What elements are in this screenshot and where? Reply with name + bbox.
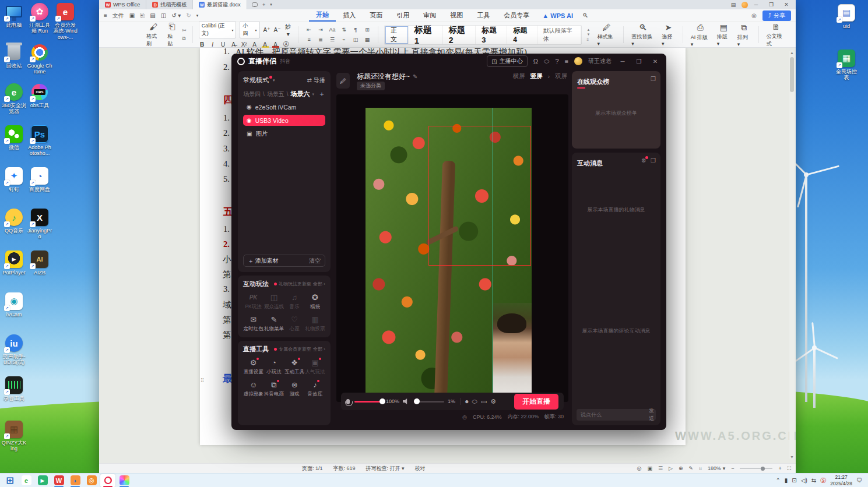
zoom-in-button[interactable]: + bbox=[778, 465, 781, 471]
highlight-button[interactable]: A bbox=[262, 41, 269, 48]
superscript-button[interactable]: X² bbox=[241, 41, 248, 48]
zoom-out-button[interactable]: − bbox=[731, 465, 734, 471]
desktop-icon[interactable]: ▶PotPlayer bbox=[1, 250, 27, 276]
desktop-icon[interactable]: ✿江湖工具箱 Run bbox=[27, 2, 52, 40]
redo-icon[interactable]: ↻ bbox=[186, 12, 191, 19]
stream-settings-icon[interactable]: ⚙ bbox=[490, 398, 496, 405]
tool-item[interactable]: ♪音效库 bbox=[305, 381, 325, 398]
ribbon-tab-会员专享[interactable]: 会员专享 bbox=[497, 10, 536, 21]
scrollbar-thumb[interactable] bbox=[790, 57, 794, 92]
wps-document-tab[interactable]: W最新搭建.docx bbox=[193, 0, 247, 9]
tool-item[interactable]: ☺虚拟形象 bbox=[243, 381, 263, 398]
tool-item[interactable]: ✪福袋 bbox=[305, 294, 325, 310]
microphone-icon[interactable] bbox=[346, 399, 350, 404]
desktop-icon[interactable]: XJianyingPro bbox=[27, 208, 52, 240]
display-icon[interactable]: ⊡ bbox=[792, 477, 796, 484]
style-item[interactable]: 标题 2 bbox=[443, 26, 476, 44]
underline-button[interactable]: U bbox=[220, 41, 227, 48]
paragraph-tool-icon[interactable]: ⌁ bbox=[339, 36, 349, 44]
decrease-font-icon[interactable]: A⁻ bbox=[274, 27, 281, 33]
ribbon-tab-开始[interactable]: 开始 bbox=[309, 9, 336, 22]
add-source-button[interactable]: ＋ 添加素材 清空 bbox=[243, 255, 325, 267]
ribbon-tab-插入[interactable]: 插入 bbox=[336, 10, 363, 21]
desktop-icon[interactable]: 回收站 bbox=[1, 43, 27, 75]
paragraph-tool-icon[interactable]: ⇅ bbox=[339, 26, 349, 34]
category-tag[interactable]: 未选分类 bbox=[357, 82, 385, 90]
page-view-icon[interactable]: ▣ bbox=[647, 465, 652, 471]
send-button[interactable]: 发送 bbox=[649, 407, 654, 422]
wps-app[interactable]: W bbox=[51, 474, 66, 487]
proofread[interactable]: 校对 bbox=[415, 465, 426, 472]
new-tab-button[interactable]: + bbox=[262, 2, 265, 8]
layout-button[interactable]: ▤ 排版 ▾ bbox=[715, 23, 732, 47]
desktop-icon[interactable]: iu变声助手-UDIS(试) bbox=[1, 334, 27, 366]
color-wheel-app[interactable] bbox=[117, 474, 132, 487]
selection-rectangle[interactable] bbox=[428, 126, 531, 266]
desktop-icon[interactable]: 此电脑 bbox=[1, 2, 27, 40]
select-button[interactable]: ➤ 选择 ▾ bbox=[660, 23, 677, 47]
message-icon[interactable]: ⬭ bbox=[544, 58, 549, 65]
video-app[interactable]: ▶ bbox=[35, 474, 50, 487]
paragraph-drag-handle[interactable]: ⠿ bbox=[201, 377, 205, 383]
tool-item[interactable]: ❖互动工具 bbox=[284, 359, 305, 376]
desktop-icon[interactable]: ✦钉钉 bbox=[1, 167, 27, 192]
find-replace-button[interactable]: 🔍︎ 查找替换 ▾ bbox=[630, 23, 656, 47]
undo-icon[interactable]: ↺ ▾ bbox=[171, 12, 181, 19]
web-view-icon[interactable]: ⊕ bbox=[679, 465, 683, 471]
fullscreen-icon[interactable]: ⛶ bbox=[788, 465, 791, 472]
desktop-icon[interactable]: Google Chrome bbox=[27, 43, 52, 75]
menu-icon[interactable]: ≡ bbox=[565, 58, 568, 65]
wps-account-avatar[interactable] bbox=[742, 2, 748, 8]
ribbon-tab-页面[interactable]: 页面 bbox=[363, 10, 389, 21]
tool-item[interactable]: ✉定时红包 bbox=[243, 316, 263, 333]
tab-wps-ai[interactable]: ▲ WPS AI bbox=[536, 11, 579, 20]
ribbon-search-icon[interactable]: 🔍︎ bbox=[582, 12, 588, 19]
camera-icon[interactable]: ▭ bbox=[481, 398, 487, 405]
ribbon-tab-引用[interactable]: 引用 bbox=[389, 10, 416, 21]
eye-mode-icon[interactable]: ◎ bbox=[637, 465, 642, 471]
source-item[interactable]: ◉USB3 Video bbox=[243, 115, 325, 126]
char-shading-button[interactable]: Ⓐ bbox=[283, 40, 290, 48]
start-live-button[interactable]: 开始直播 bbox=[514, 394, 558, 410]
wps-document-tab[interactable]: WWPS Office bbox=[99, 0, 146, 9]
style-item[interactable]: 标题 1 bbox=[409, 26, 443, 44]
paragraph-tool-icon[interactable]: Aa bbox=[328, 26, 337, 34]
font-family-select[interactable]: Calibri (正文)▾ bbox=[199, 21, 237, 38]
style-item[interactable]: 默认段落字体 bbox=[537, 26, 581, 44]
mode-select[interactable]: 常规模式 bbox=[243, 76, 269, 84]
desktop-icon[interactable]: AIAIZB bbox=[27, 250, 52, 276]
eye-protect-icon[interactable]: ◎ bbox=[751, 12, 757, 19]
tool-item[interactable]: ⚙直播设置 bbox=[243, 359, 263, 376]
paragraph-tool-icon[interactable]: ⇥ bbox=[316, 26, 325, 34]
cut-icon[interactable]: ✂ bbox=[182, 27, 187, 33]
chat-input[interactable] bbox=[581, 412, 649, 418]
arrange-button[interactable]: ⧉ 排列 ▾ bbox=[736, 23, 753, 47]
play-view-icon[interactable]: ▷ bbox=[669, 465, 673, 471]
popout-icon[interactable]: ❐ bbox=[651, 76, 656, 82]
screen-mode-1[interactable]: 横屏 bbox=[513, 72, 525, 80]
paragraph-tool-icon[interactable]: ◫ bbox=[351, 36, 360, 44]
clear-sources-button[interactable]: 清空 bbox=[309, 257, 321, 265]
gov-mode-button[interactable]: 🗎 公文模式 bbox=[765, 22, 788, 48]
text-effect-icon[interactable]: 妙▾ bbox=[284, 23, 292, 37]
outline-view-icon[interactable]: ☰ bbox=[658, 465, 663, 471]
scene-tab[interactable]: 场景四 bbox=[243, 90, 261, 98]
scene-tab[interactable]: 场景六 bbox=[291, 90, 310, 98]
char-border-button[interactable]: A bbox=[251, 41, 258, 48]
desktop-icon[interactable]: e会员分发系统-Windows-... bbox=[52, 2, 78, 40]
tray-expand-icon[interactable]: ⌃ bbox=[775, 477, 780, 484]
source-item[interactable]: ▣图片 bbox=[243, 128, 325, 139]
hamburger-menu-icon[interactable]: ≡ bbox=[104, 12, 107, 19]
desktop-icon[interactable]: ▦QINZY大King bbox=[1, 420, 27, 452]
save-icon[interactable]: ▣ bbox=[129, 12, 135, 19]
paragraph-tool-icon[interactable]: ≡ bbox=[304, 36, 314, 44]
print-icon[interactable]: ▤ bbox=[150, 12, 155, 19]
desktop-icon[interactable]: e360安全浏览器 bbox=[1, 83, 27, 115]
paragraph-tool-icon[interactable]: ¶ bbox=[351, 26, 360, 34]
tool-item[interactable]: ◔小玩法 bbox=[263, 359, 284, 376]
ribbon-tab-审阅[interactable]: 审阅 bbox=[416, 10, 443, 21]
help-icon[interactable]: ? bbox=[555, 58, 558, 65]
paragraph-tool-icon[interactable]: ≣ bbox=[316, 36, 325, 44]
desktop-icon[interactable]: PsAdobe Photosho... bbox=[27, 125, 52, 157]
paragraph-tool-icon[interactable]: ☰ bbox=[328, 36, 337, 44]
